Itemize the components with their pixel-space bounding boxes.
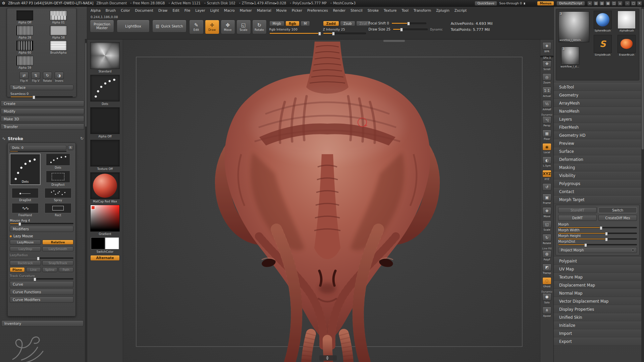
stroke-thumbnail[interactable] [90,75,120,102]
alpha-tool-button[interactable]: ◑ Invers [55,72,64,82]
tool-thumbnail[interactable]: EraserBrush [616,35,638,56]
shelf-icon[interactable]: ↺ [542,183,551,191]
shelf-button[interactable]: ✥ Move [540,207,553,218]
alpha-tool-icon[interactable]: ↻ [43,72,52,79]
menu-item[interactable]: Zplugin [436,8,449,12]
dock-icon[interactable]: ▤ [593,1,598,6]
alpha-thumbnail[interactable]: Alpha 59 [10,56,40,69]
canvas-scrollbar-top[interactable] [383,40,405,42]
path-mode-button[interactable]: Plane [10,267,25,272]
menu-item[interactable]: Alpha [91,8,101,12]
shelf-icon[interactable]: XYZ [542,170,551,177]
modifiers-bar[interactable]: Modifiers [10,226,73,232]
path-mode-button[interactable]: Spline [42,267,57,272]
shelf-icon[interactable]: ◱ [542,221,551,228]
tool-section-row[interactable]: Geometry [554,91,641,99]
menu-item[interactable]: Light [210,8,219,12]
shelf-button[interactable]: ◐ L.Sym [540,157,553,167]
tool-thumbnail[interactable]: S SimpleBrush [592,35,614,56]
shelf-button[interactable]: ⋔ Xpose [540,307,553,317]
menu-item[interactable]: Stencil [351,8,363,12]
menu-item[interactable]: Texture [384,8,396,12]
alpha-thumbnail[interactable]: BrushAlpha [43,41,73,54]
z-intensity-slider[interactable] [323,33,366,34]
menu-item[interactable]: Tool [402,8,409,12]
mode-button[interactable]: ✎ Edit [189,20,204,34]
storemt-button[interactable]: StoreMT [558,207,597,213]
tool-section-row[interactable]: FiberMesh [554,123,641,131]
menu-item[interactable]: Edit [172,8,179,12]
shelf-icon[interactable]: ◩ [542,264,551,271]
shelf-button[interactable]: SPix 3 [540,56,553,57]
morph-slider[interactable]: Morph [558,223,637,228]
stroke-r-button[interactable]: R [68,145,73,150]
color-mode-button[interactable]: Rgb [285,21,300,26]
menu-item[interactable]: Zscript [454,8,467,12]
menu-item[interactable]: Brush [106,8,116,12]
mode-button[interactable]: ✛ Draw [205,20,219,34]
lazy-button[interactable]: Relative [42,240,73,245]
window-button[interactable]: ▢ [631,1,636,6]
tool-section-row[interactable]: Visibility [554,172,641,180]
tool-section-row[interactable]: Displacement Map [554,281,641,289]
morph-target-header[interactable]: Morph Target [554,196,641,204]
shelf-icon[interactable]: ❖ [542,42,551,50]
material-thumbnail[interactable] [90,172,120,199]
switch-color[interactable]: SwitchColor [91,237,119,253]
shelf-button[interactable]: XYZ XYZ [540,170,553,181]
tool-section-row[interactable]: Initialize [554,321,641,329]
palette-section-bar[interactable]: Transfer [1,124,84,130]
shelf-button[interactable]: ◌ Ghost [540,277,553,288]
projection-master-button[interactable]: Projection Master [90,20,114,33]
tool-section-row[interactable]: UV Map [554,265,641,273]
tool-thumbnail[interactable]: AlphaBrush [616,11,638,32]
tool-section-row[interactable]: Surface [554,147,641,156]
alpha-preview[interactable] [16,41,33,51]
alpha-thumbnail[interactable]: Alpha 60 [10,41,40,54]
shelf-icon[interactable]: ⋔ [542,307,551,314]
shelf-icon[interactable]: ▦ [542,130,551,137]
switch-button[interactable]: Switch [598,207,637,213]
alpha-tool-icon[interactable]: ⇅ [31,72,40,79]
alpha-preview[interactable] [16,25,33,36]
shelf-icon[interactable]: ↻ [542,234,551,241]
alpha-preview[interactable] [16,56,33,66]
shelf-button[interactable]: ❖ BPR [540,42,553,53]
shelf-button[interactable]: 1:1 Actual [540,87,553,98]
dynamic-tag[interactable]: Dynamic [430,28,443,31]
stroke-section-bar[interactable]: Curve Modifiers [10,297,73,303]
shelf-icon[interactable]: ✥ [542,207,551,215]
color-picker[interactable]: Gradient [90,205,120,236]
dock-icon[interactable]: « [587,1,592,6]
shelf-icon[interactable]: ◉ [542,143,551,150]
shelf-button[interactable]: ◱ Scale [540,221,553,231]
lazy-button[interactable]: LazyMouse [10,240,41,245]
shelf-button[interactable]: Dynamic ◹ Persp [540,114,553,127]
lazyradius-slider[interactable]: LazyRadius [10,253,73,259]
shelf-icon[interactable]: ✥ [542,60,551,67]
sculpt-mode-button[interactable]: Zadd [323,21,339,26]
mode-button[interactable]: ◱ Scale [236,20,251,34]
shelf-button[interactable]: ↻ Rotate [540,234,553,245]
dock-icon[interactable]: ▥ [599,1,604,6]
primary-color-swatch[interactable] [91,237,105,249]
shelf-button[interactable]: Dynamic ● Solo [540,291,553,304]
tool-palette-scrollbar[interactable] [641,7,644,362]
alpha-tool-button[interactable]: ⇄ Flip H [19,72,29,82]
stroke-section-bar[interactable]: Curve Functions [10,289,73,295]
shelf-icon[interactable]: ◹ [542,116,551,124]
alpha-preview[interactable] [50,10,67,20]
tool-section-row[interactable]: Import [554,329,641,338]
palette-section-bar[interactable]: Modify [1,108,84,114]
lightbox-button[interactable]: LightBox [117,20,150,33]
alpha-thumbnail[interactable]: Alpha 58 [43,25,73,39]
stroke-thumb[interactable]: Spray [43,188,73,202]
stroke-thumb[interactable]: DragRect [43,171,73,186]
shelf-button[interactable]: ✥ Scroll [540,60,553,71]
current-stroke-type[interactable]: Dots [90,75,120,106]
alpha-preview[interactable] [16,10,33,20]
menu-item[interactable]: Render [333,8,345,12]
alpha-thumbnail[interactable]: Alpha 01 [43,10,73,24]
shelf-icon[interactable]: ½ [542,100,551,108]
stroke-thumb[interactable]: Dots [43,154,73,169]
